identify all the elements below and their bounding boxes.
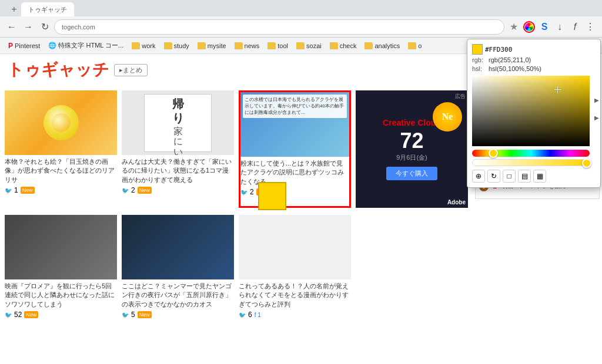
bookmark-tool[interactable]: tool: [264, 41, 292, 50]
article-meta-3: 🐦 2 New: [240, 188, 349, 196]
article-image-3: この水槽では日本海でも見られるアクラゲを展示しています。毒から伸びている約40本…: [240, 92, 349, 157]
hue-slider[interactable]: [472, 150, 590, 157]
folder-icon: [132, 42, 140, 49]
folder-icon: [296, 42, 305, 49]
article-title-7: これってあるある！？人の名前が覚えられなくてメモをとる漫画がわかりすぎてつらみと…: [239, 282, 351, 309]
article-meta-2: 🐦 2 New: [122, 186, 234, 194]
hex-value: #FFD300: [485, 46, 512, 53]
ad-card: 広告 Creative Cloud 72 9月6日(金) Ne 今すぐ購入 Ad…: [356, 90, 468, 208]
bookmark-label: check: [340, 42, 357, 49]
twitter-icon: 🐦: [122, 187, 129, 194]
twitter-icon: 🐦: [5, 312, 12, 318]
bookmark-label: mysite: [208, 42, 226, 49]
color-swatch[interactable]: [472, 44, 483, 55]
bookmark-o[interactable]: o: [404, 41, 425, 50]
refresh-button[interactable]: ↻: [487, 170, 500, 183]
bookmark-label: analytics: [374, 42, 400, 49]
copy-button[interactable]: □: [503, 170, 516, 183]
article-card-3[interactable]: この水槽では日本海でも見られるアクラゲを展示しています。毒から伸びている約40本…: [239, 90, 351, 208]
article-card-6[interactable]: ここはどこ？ミャンマーで見たヤンゴン行きの夜行バスが「五所川原行き」の表示つきで…: [122, 215, 234, 319]
twitter-count: 2: [250, 188, 254, 196]
empty-cell: [356, 215, 468, 319]
s-icon[interactable]: S: [537, 20, 551, 34]
bookmark-label: o: [418, 42, 422, 49]
new-badge: New: [21, 187, 35, 194]
hue-handle[interactable]: [489, 149, 498, 158]
article-card-2[interactable]: 帰り 家にいる みんなは大丈夫？働きすぎて「家にいるのに帰りたい」状態になる1コ…: [122, 90, 234, 208]
site-logo[interactable]: トゥギャッチ: [7, 59, 109, 81]
article-title-1: 本物？それとも絵？「目玉焼きの画像」が思わず食べたくなるほどのリアリサ: [5, 157, 117, 184]
folder-icon: [164, 42, 172, 49]
article-meta-1: 🐦 1 New: [5, 186, 117, 194]
opacity-slider[interactable]: [472, 159, 590, 166]
bookmark-news[interactable]: news: [231, 41, 263, 50]
article-card-7[interactable]: これってあるある！？人の名前が覚えられなくてメモをとる漫画がわかりすぎてつらみと…: [239, 215, 351, 319]
bookmark-pinterest[interactable]: P Pinterest: [5, 41, 44, 51]
twitter-icon: 🐦: [240, 189, 248, 196]
rgb-row: rgb: rgb(255,211,0): [472, 56, 596, 63]
bookmark-analytics[interactable]: analytics: [361, 41, 403, 50]
article-title-2: みんなは大丈夫？働きすぎて「家にいるのに帰りたい」状態になる1コマ漫画がわかりす…: [122, 157, 234, 184]
bookmark-mysite[interactable]: mysite: [194, 41, 230, 50]
article-meta-5: 🐦 52 New: [5, 311, 117, 319]
tab-label: トゥギャッチ: [28, 5, 67, 14]
bookmark-check[interactable]: check: [326, 41, 360, 50]
bookmark-sozai[interactable]: sozai: [293, 41, 325, 50]
extension-f-icon[interactable]: f: [568, 20, 582, 34]
article-title-3: 粉末にして使う...とは？水族館で見たアクラゲの説明に思わずツッコみたくなる: [240, 159, 349, 186]
bookmark-label: tool: [277, 42, 288, 49]
bookmark-label: news: [245, 42, 260, 49]
twitter-icon: 🐦: [239, 312, 246, 318]
new-tab-button[interactable]: +: [7, 2, 21, 16]
color-canvas[interactable]: ▶ ▶: [472, 76, 590, 146]
right-arrow-2: ▶: [594, 114, 599, 121]
special-chars-icon: 🌐: [48, 42, 56, 49]
address-bar[interactable]: togech.com: [54, 19, 504, 35]
twitter-count: 2: [131, 186, 135, 194]
twitter-count: 5: [131, 311, 135, 319]
ad-buy-button[interactable]: 今すぐ購入: [386, 167, 437, 180]
back-button[interactable]: ←: [5, 20, 19, 34]
article-image-1: [5, 90, 117, 155]
hex-row: #FFD300: [472, 44, 596, 55]
reload-button[interactable]: ↻: [38, 20, 52, 34]
bookmark-special-chars[interactable]: 🌐 特殊文字 HTML コー...: [45, 40, 127, 51]
bookmark-label: work: [142, 42, 155, 49]
active-tab[interactable]: トゥギャッチ: [21, 2, 74, 16]
bookmark-work[interactable]: work: [128, 41, 159, 50]
yellow-square-indicator: [258, 182, 286, 210]
folder-icon: [267, 42, 276, 49]
ne-text: Ne: [442, 112, 453, 122]
folder-icon: [235, 42, 243, 49]
twitter-icon: 🐦: [122, 312, 129, 318]
color-picker-popup: #FFD300 rgb: rgb(255,211,0) hsl: hsl(50,…: [467, 39, 601, 188]
menu-icon[interactable]: ⋮: [583, 20, 597, 34]
article-title-6: ここはどこ？ミャンマーで見たヤンゴン行きの夜行バスが「五所川原行き」の表示つきで…: [122, 282, 234, 309]
folder-icon: [330, 42, 338, 49]
hsl-value: hsl(50,100%,50%): [489, 65, 541, 72]
adobe-logo: Adobe: [447, 199, 466, 205]
eyedropper-extension-icon[interactable]: [522, 20, 536, 34]
bookmark-label: Pinterest: [15, 42, 40, 49]
crosshair-pick-button[interactable]: ⊕: [472, 170, 485, 183]
hsl-row: hsl: hsl(50,100%,50%): [472, 65, 596, 72]
article-meta-7: 🐦 6 f 1: [239, 311, 351, 319]
aquarium-caption: この水槽では日本海でも見られるアクラゲを展示しています。毒から伸びている約40本…: [243, 95, 347, 118]
opacity-handle[interactable]: [582, 159, 591, 168]
ad-brand: Creative Cloud: [383, 118, 441, 128]
bookmark-study[interactable]: study: [160, 41, 193, 50]
bookmark-star-icon[interactable]: ★: [507, 20, 521, 34]
rgb-label: rgb:: [472, 56, 486, 63]
article-card-1[interactable]: 本物？それとも絵？「目玉焼きの画像」が思わず食べたくなるほどのリアリサ 🐦 1 …: [5, 90, 117, 208]
forward-button[interactable]: →: [21, 20, 35, 34]
new-badge: New: [138, 187, 152, 194]
new-badge: New: [24, 311, 38, 318]
article-meta-6: 🐦 5 New: [122, 311, 234, 319]
pinterest-icon: P: [8, 42, 13, 50]
ad-number: 72: [400, 129, 423, 153]
matome-button[interactable]: ▸まとめ: [114, 64, 148, 76]
grid-button[interactable]: ▦: [533, 170, 546, 183]
download-icon[interactable]: ↓: [553, 20, 567, 34]
article-card-5[interactable]: 映画『プロメア』を観に行ったら5回連続で同じ人と隣あわせになった話にソワソワして…: [5, 215, 117, 319]
palette-button[interactable]: ▤: [518, 170, 531, 183]
